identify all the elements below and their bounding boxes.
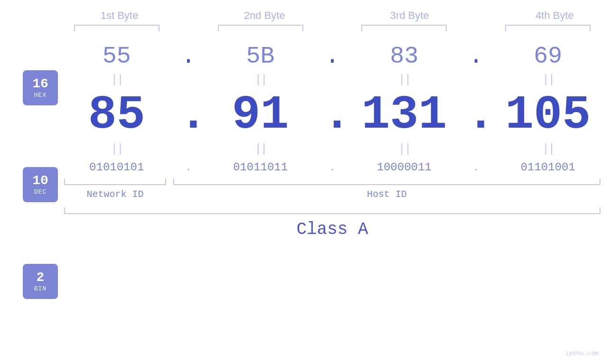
bracket-bottom-host [173,178,601,185]
dec-b2: 91 [218,92,303,139]
dec-dot2: . [323,92,342,139]
dec-b4: 105 [505,92,591,139]
dec-dot3: . [467,92,486,139]
byte2-header: 2nd Byte [217,9,312,22]
byte-headers: 1st Byte 2nd Byte 3rd Byte 4th Byte [64,9,610,22]
hex-badge: 16 HEX [23,70,58,105]
bin-b2: 01011011 [218,161,303,174]
dec-row: 85 . 91 . 131 . 105 [64,92,601,139]
hex-dot1: . [179,43,198,70]
bin-b3: 10000011 [361,161,447,174]
bin-dot3: . [467,161,486,174]
bracket-top-3 [361,25,447,31]
id-labels: Network ID Host ID [64,189,601,200]
hex-row: 55 . 5B . 83 . 69 [64,43,601,70]
dec-dot1: . [179,92,198,139]
equals-1: || [74,73,160,87]
equals-8: || [505,142,591,156]
bin-b1: 01010101 [74,161,160,174]
dec-b1: 85 [74,92,160,139]
equals-4: || [505,73,591,87]
hex-badge-label: HEX [34,92,47,99]
hex-b2: 5B [218,43,303,70]
equals-2: || [218,73,303,87]
bracket-tops [64,25,601,31]
bin-badge-label: BIN [34,285,47,292]
bin-dot2: . [323,161,342,174]
bin-row: 01010101 . 01011011 . 10000011 . 0110100… [64,161,601,174]
hex-b1: 55 [74,43,160,70]
class-label: Class A [296,220,368,239]
hex-dot2: . [323,43,342,70]
bin-badge-number: 2 [37,271,45,285]
bin-badge: 2 BIN [23,264,58,299]
dec-badge-label: DEC [34,188,47,196]
bracket-bottom-network [64,178,166,185]
host-id-label: Host ID [367,189,407,200]
dec-badge: 10 DEC [23,167,58,202]
equals-7: || [361,142,447,156]
bracket-top-2 [218,25,303,31]
hex-dot3: . [467,43,486,70]
equals-6: || [218,142,303,156]
class-label-container: Class A [64,220,601,239]
bin-b4: 01101001 [505,161,591,174]
hex-badge-number: 16 [32,77,48,92]
hex-b3: 83 [361,43,447,70]
watermark-text: ipshu.com [565,350,599,357]
network-id-label: Network ID [86,189,143,200]
bracket-bottoms [64,178,601,185]
byte3-header: 3rd Byte [362,9,457,22]
bin-dot1: . [179,161,198,174]
hex-b4: 69 [505,43,591,70]
bracket-top-4 [505,25,591,31]
main-container: 16 HEX 10 DEC 2 BIN 1st Byte 2nd Byte 3r… [0,0,610,364]
dec-badge-number: 10 [32,174,48,188]
watermark: ipshu.com [565,349,599,357]
bracket-top-1 [74,25,160,31]
equals-3: || [361,73,447,87]
byte1-header: 1st Byte [72,9,167,22]
equals-row-2: || || || || [64,142,601,156]
dec-b3: 131 [361,92,447,139]
badges-column: 16 HEX 10 DEC 2 BIN [23,70,58,299]
equals-5: || [74,142,160,156]
byte4-header: 4th Byte [507,9,602,22]
class-bracket [64,207,601,214]
equals-row-1: || || || || [64,73,601,87]
